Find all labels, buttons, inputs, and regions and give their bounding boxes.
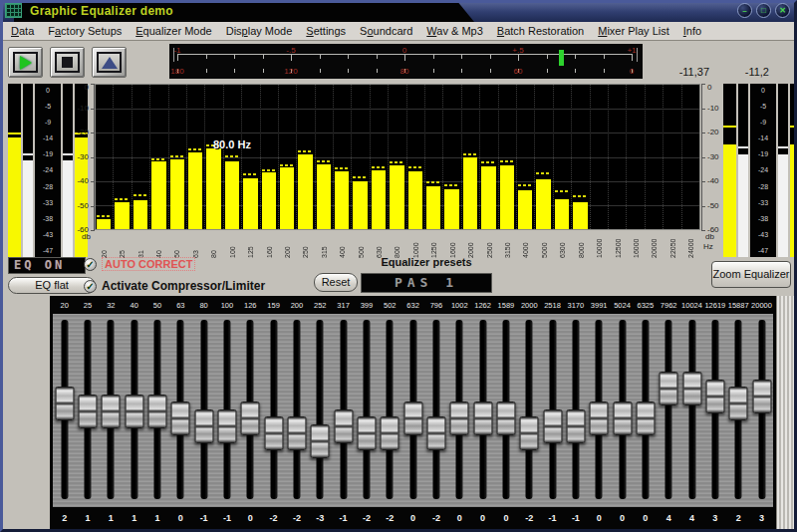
- frequency-label-cell: 63: [186, 232, 204, 258]
- eq-slider-knob[interactable]: [311, 424, 330, 458]
- eq-slider-32: [100, 314, 123, 507]
- spectrum-bar: [555, 199, 569, 229]
- eq-slider-track[interactable]: [317, 320, 324, 499]
- eq-slider-knob[interactable]: [705, 380, 724, 413]
- eq-slider-knob[interactable]: [426, 416, 445, 450]
- eject-button[interactable]: [92, 47, 127, 78]
- eq-band-freq-label: 7962: [658, 299, 680, 313]
- menu-item-data[interactable]: Data: [4, 23, 41, 39]
- eq-slider-632: [401, 314, 424, 507]
- menu-item-display-mode[interactable]: Display Mode: [219, 23, 300, 39]
- axis-label: 0: [707, 84, 711, 92]
- eq-slider-knob[interactable]: [194, 409, 213, 443]
- reset-button[interactable]: Reset: [314, 273, 358, 292]
- hz-unit-label: Hz: [703, 242, 713, 251]
- spectrum-bar: [518, 190, 532, 229]
- minimize-button[interactable]: –: [737, 3, 752, 18]
- eq-slider-knob[interactable]: [636, 401, 655, 435]
- menu-item-mixer-play-list[interactable]: Mixer Play List: [591, 23, 676, 39]
- eq-slider-knob[interactable]: [264, 416, 283, 450]
- menu-item-wav-mp3[interactable]: Wav & Mp3: [419, 23, 489, 39]
- eq-flat-button[interactable]: EQ flat: [8, 277, 96, 294]
- menu-item-equalizer-mode[interactable]: Equalizer Mode: [129, 23, 218, 39]
- eq-slider-track[interactable]: [526, 320, 533, 499]
- eq-slider-track[interactable]: [387, 320, 394, 499]
- rms-meter-bar: [63, 84, 73, 257]
- vu-meter: -1180-.5120080+.560+10: [169, 44, 643, 79]
- menu-item-info[interactable]: Info: [676, 23, 708, 39]
- eq-slider-track[interactable]: [665, 320, 672, 499]
- menu-item-batch-restoration[interactable]: Batch Restoration: [490, 23, 591, 39]
- eq-slider-knob[interactable]: [752, 380, 771, 413]
- spectrum-bar: [97, 219, 111, 229]
- peak-meter-bar-fill: [790, 144, 797, 257]
- menu-bar: DataFactory SetupsEqualizer ModeDisplay …: [0, 22, 797, 41]
- close-button[interactable]: ✕: [775, 3, 790, 18]
- play-button[interactable]: [8, 47, 43, 78]
- eq-slider-knob[interactable]: [496, 401, 515, 435]
- stop-button[interactable]: [50, 47, 85, 78]
- eq-slider-knob[interactable]: [287, 416, 306, 450]
- eq-band-freq-label: 502: [379, 299, 401, 313]
- eq-gain-value: -2: [424, 511, 447, 525]
- equalizer-slider-panel: [53, 314, 773, 507]
- eq-band-freq-label: 20: [53, 299, 76, 313]
- eq-slider-knob[interactable]: [357, 416, 376, 450]
- eq-slider-knob[interactable]: [381, 416, 399, 450]
- eq-slider-knob[interactable]: [450, 401, 469, 435]
- spectrum-peak-hold: [573, 195, 587, 197]
- eq-slider-knob[interactable]: [403, 401, 422, 435]
- spectrum-peak-hold: [280, 164, 294, 166]
- vu-tick: [177, 54, 178, 61]
- eq-slider-track[interactable]: [293, 320, 300, 499]
- eq-slider-knob[interactable]: [473, 401, 492, 435]
- eq-slider-track[interactable]: [432, 320, 439, 499]
- title-bar[interactable]: Graphic Equalizer demo – □ ✕: [0, 0, 797, 22]
- eq-slider-knob[interactable]: [682, 372, 701, 405]
- vu-tick: [461, 54, 462, 59]
- peak-meter-bar-peak: [8, 133, 21, 134]
- eq-slider-knob[interactable]: [55, 387, 74, 420]
- eq-slider-knob[interactable]: [660, 372, 678, 405]
- eq-slider-knob[interactable]: [590, 401, 609, 435]
- eq-slider-knob[interactable]: [241, 401, 260, 435]
- maximize-button[interactable]: □: [756, 3, 771, 18]
- axis-label: -30: [77, 153, 89, 161]
- eq-band-freq-label: 5024: [611, 299, 634, 313]
- eq-gain-value: -2: [518, 511, 541, 525]
- vu-tick-lower: [377, 69, 378, 73]
- eq-slider-knob[interactable]: [102, 395, 121, 428]
- eq-gain-value: -1: [541, 511, 564, 525]
- auto-correct-label[interactable]: AUTO CORRECT: [102, 257, 195, 271]
- eq-slider-knob[interactable]: [613, 401, 632, 435]
- menu-item-soundcard[interactable]: Soundcard: [353, 23, 419, 39]
- spectrum-analyzer[interactable]: 80.0 Hz: [95, 84, 700, 230]
- spectrum-bar: [115, 202, 129, 229]
- eq-slider-track[interactable]: [270, 320, 277, 499]
- eq-band-freq-label: 15887: [727, 299, 750, 313]
- menu-item-settings[interactable]: Settings: [299, 23, 353, 39]
- compressor-label[interactable]: Activate Compressor/Limiter: [102, 279, 265, 293]
- eq-slider-track[interactable]: [688, 320, 695, 499]
- eq-slider-399: [355, 314, 378, 507]
- vu-tick-lower: [320, 69, 321, 73]
- menu-item-factory-setups[interactable]: Factory Setups: [41, 23, 129, 39]
- eq-slider-knob[interactable]: [566, 409, 585, 443]
- spectrum-bar: [298, 154, 312, 229]
- vu-position-indicator[interactable]: [559, 50, 564, 66]
- eq-slider-knob[interactable]: [334, 409, 353, 443]
- eq-slider-knob[interactable]: [125, 395, 143, 428]
- zoom-equalizer-button[interactable]: Zoom Equalizer: [711, 261, 791, 288]
- eq-slider-knob[interactable]: [171, 401, 190, 435]
- eq-slider-knob[interactable]: [543, 409, 562, 443]
- eq-slider-knob[interactable]: [147, 395, 166, 428]
- axis-tick: [701, 84, 705, 85]
- compressor-checkbox[interactable]: ✓: [84, 280, 97, 293]
- eq-slider-knob[interactable]: [217, 409, 236, 443]
- eq-slider-knob[interactable]: [78, 395, 97, 428]
- meter-scale-label: -19: [750, 150, 776, 157]
- eq-slider-track[interactable]: [363, 320, 370, 499]
- eq-slider-knob[interactable]: [520, 416, 539, 450]
- auto-correct-checkbox[interactable]: ✓: [84, 258, 97, 271]
- eq-slider-knob[interactable]: [729, 387, 748, 420]
